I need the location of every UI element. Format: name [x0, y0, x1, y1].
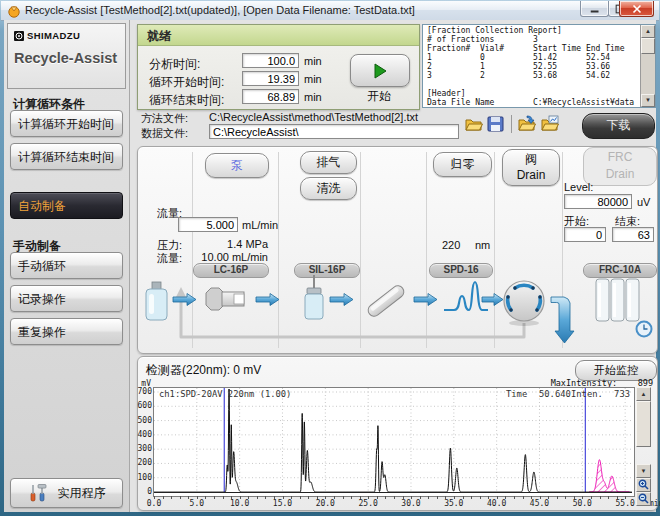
- repeat-operation-button[interactable]: 重复操作: [10, 318, 123, 345]
- chart-zoom-in-button[interactable]: [636, 478, 651, 492]
- window-title: Recycle-Assist [TestMethod[2].txt(update…: [25, 4, 415, 16]
- detector-title: 检测器(220nm): 0 mV: [146, 362, 261, 379]
- x-tick-label: 0.0: [142, 499, 166, 508]
- brand-name: SHIMADZU: [27, 30, 80, 41]
- analysis-time-label: 分析时间:: [149, 56, 200, 73]
- method-file-path: C:\RecycleAssist\method\TestMethod[2].tx…: [209, 111, 418, 123]
- method-file-label: 方法文件:: [141, 111, 188, 126]
- chart-scroll-up[interactable]: ▲: [636, 387, 651, 401]
- open-report-icon[interactable]: [540, 115, 559, 133]
- x-tick-label: 45.0: [527, 499, 551, 508]
- chart-scrollbar[interactable]: ▲ ▼: [636, 387, 651, 507]
- y-tick-label: 0: [126, 487, 152, 496]
- flow-arrow: [482, 294, 503, 306]
- x-tick-label: 5.0: [185, 499, 209, 508]
- client-area: SHIMADZU Recycle-Assist 计算循环条件 计算循环开始时间 …: [4, 20, 656, 512]
- cursor-inten-value: 733: [600, 389, 630, 399]
- solvent-bottle-icon: [146, 282, 167, 320]
- fraction-tubes-icon: [596, 279, 639, 321]
- cursor-time-label: Time: [506, 389, 527, 399]
- y-tick-label: 300: [126, 444, 152, 453]
- clock-icon: [637, 322, 652, 337]
- play-icon: [372, 63, 388, 79]
- autosampler-vial-icon: [305, 275, 323, 319]
- recycle-valve-icon: [504, 281, 544, 326]
- app-name: Recycle-Assist: [14, 50, 117, 66]
- status-state: 就绪: [147, 28, 171, 45]
- column-icon: [366, 283, 406, 318]
- brand-card: SHIMADZU Recycle-Assist: [7, 23, 126, 89]
- open-data-icon[interactable]: [517, 115, 536, 133]
- analysis-time-input[interactable]: 100.0: [242, 53, 299, 68]
- titlebar: Recycle-Assist [TestMethod[2].txt(update…: [1, 1, 659, 21]
- file-toolbar-divider: [511, 115, 512, 133]
- x-tick-label: 20.0: [313, 499, 337, 508]
- data-file-input[interactable]: C:\RecycleAssist\: [209, 124, 459, 139]
- calc-cycle-start-button[interactable]: 计算循环开始时间: [10, 110, 123, 137]
- record-operation-button[interactable]: 记录操作: [10, 285, 123, 312]
- file-row: 方法文件: C:\RecycleAssist\method\TestMethod…: [130, 110, 656, 144]
- detector-monitor-panel: 检测器(220nm): 0 mV 开始监控 MaxIntensity: 899 …: [137, 356, 658, 511]
- fraction-report-panel: [Fraction Collection Report] # of Fracti…: [422, 24, 656, 108]
- calc-cycle-end-button[interactable]: 计算循环结束时间: [10, 143, 123, 170]
- open-method-icon[interactable]: [464, 115, 483, 133]
- report-scrollbar[interactable]: ▲ ▼: [640, 25, 655, 107]
- app-icon: [7, 4, 21, 18]
- flow-arrow: [256, 294, 279, 306]
- main-area: 就绪 分析时间: 100.0 min 循环开始时间: 19.39 min 循环结…: [130, 20, 656, 512]
- detector-peak-icon: [444, 282, 488, 310]
- chromatogram-svg: [154, 388, 632, 494]
- report-scroll-down[interactable]: ▼: [641, 94, 655, 107]
- utility-label: 实用程序: [58, 485, 106, 502]
- flow-diagram-panel: 泵 排气 清洗 归零 阀 Drain FRC Drain 流量: 5.000 m…: [137, 146, 658, 354]
- status-panel: 就绪 分析时间: 100.0 min 循环开始时间: 19.39 min 循环结…: [137, 24, 420, 110]
- flow-arrow: [330, 294, 353, 306]
- chart-scroll-down[interactable]: ▼: [636, 464, 651, 478]
- start-button[interactable]: [350, 54, 410, 87]
- cycle-end-label: 循环结束时间:: [149, 92, 224, 109]
- y-tick-label: 200: [126, 458, 152, 467]
- chart-scroll-thumb[interactable]: [636, 401, 651, 447]
- channel-annotation: ch1:SPD-20AV 220nm (1.00): [159, 389, 291, 399]
- save-method-icon[interactable]: [486, 115, 505, 133]
- pump-icon: [206, 288, 244, 310]
- to-collector-arrow: [551, 297, 574, 343]
- utility-button[interactable]: 实用程序: [10, 478, 123, 508]
- shimadzu-logo-icon: [14, 31, 24, 41]
- y-tick-label: 500: [126, 416, 152, 425]
- cycle-end-input[interactable]: 68.89: [242, 89, 299, 104]
- chart-zoom-out-button[interactable]: [636, 492, 651, 506]
- start-button-label: 开始: [350, 88, 408, 105]
- x-tick-label: 25.0: [356, 499, 380, 508]
- x-tick-label: 55.0: [613, 499, 637, 508]
- minimize-button[interactable]: [580, 1, 609, 17]
- x-tick-label: 10.0: [228, 499, 252, 508]
- x-axis-ticks: [154, 496, 632, 499]
- close-button[interactable]: [619, 1, 654, 17]
- x-tick-label: 30.0: [399, 499, 423, 508]
- recycle-assist-window: Recycle-Assist [TestMethod[2].txt(update…: [0, 0, 660, 516]
- manual-cycle-button[interactable]: 手动循环: [10, 252, 123, 279]
- x-tick-label: 15.0: [270, 499, 294, 508]
- tools-icon: [28, 483, 50, 503]
- y-tick-label: 100: [126, 473, 152, 482]
- y-tick-label: 600: [126, 401, 152, 410]
- cycle-start-unit: min: [304, 73, 322, 85]
- cycle-start-input[interactable]: 19.39: [242, 71, 299, 86]
- fraction-report-text: [Fraction Collection Report] # of Fracti…: [427, 26, 634, 107]
- download-button[interactable]: 下载: [582, 113, 655, 139]
- y-tick-label: 700: [126, 387, 152, 396]
- cursor-time-value: 50.640: [539, 389, 571, 399]
- auto-prep-button[interactable]: 自动制备: [10, 192, 123, 219]
- flow-diagram-graphic: [138, 147, 657, 353]
- report-scroll-thumb[interactable]: [641, 38, 655, 54]
- status-header: 就绪: [138, 25, 419, 46]
- analysis-time-unit: min: [304, 55, 322, 67]
- flow-arrow: [414, 294, 437, 306]
- data-file-label: 数据文件:: [141, 126, 188, 141]
- chromatogram-plot: ch1:SPD-20AV 220nm (1.00) Time 50.640 In…: [153, 387, 635, 497]
- x-tick-label: 35.0: [442, 499, 466, 508]
- cycle-end-unit: min: [304, 91, 322, 103]
- sidebar: SHIMADZU Recycle-Assist 计算循环条件 计算循环开始时间 …: [4, 20, 130, 512]
- report-scroll-up[interactable]: ▲: [641, 25, 655, 38]
